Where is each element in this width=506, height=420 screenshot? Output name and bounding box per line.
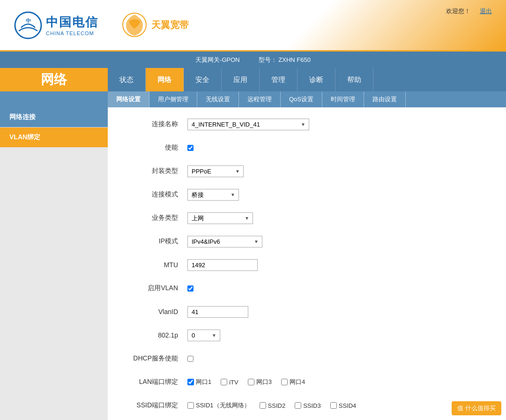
ip-mode-wrapper: IPv4&IPv6 (187, 236, 262, 248)
ssid3-label: SSID3 (303, 402, 321, 409)
form-row-encap: 封装类型 PPPoE (126, 164, 487, 179)
ssid4-item: SSID4 (330, 402, 357, 409)
control-dhcp (187, 356, 193, 362)
tab-security[interactable]: 安全 (184, 68, 222, 91)
subnav-wireless[interactable]: 无线设置 (197, 91, 239, 107)
enable-vlan-checkbox[interactable] (187, 285, 193, 292)
form-row-enable: 使能 (126, 140, 487, 155)
main-content: 连接名称 4_INTERNET_B_VID_41 使能 封装类 (108, 107, 506, 420)
lan-port1-label: 网口1 (196, 378, 211, 386)
connection-name-wrapper: 4_INTERNET_B_VID_41 (187, 119, 309, 130)
watermark: 值 什么值得买 (452, 401, 501, 415)
ssid1-label: SSID1（无线网络） (196, 401, 250, 410)
ct-logo-icon: 中 (14, 11, 42, 39)
sub-nav: 网络设置 用户侧管理 无线设置 远程管理 QoS设置 时间管理 路由设置 (0, 91, 506, 107)
sidebar-item-network-connection[interactable]: 网络连接 (0, 107, 108, 128)
encap-wrapper: PPPoE (187, 165, 244, 177)
control-enable (187, 145, 193, 151)
ip-mode-select[interactable]: IPv4&IPv6 (187, 236, 262, 248)
form-row-mtu: MTU (126, 257, 487, 272)
form-row-vlan-id: VlanID (126, 304, 487, 319)
service-select[interactable]: 上网 (187, 212, 253, 224)
control-connect-mode: 桥接 (187, 189, 239, 201)
label-dhcp: DHCP服务使能 (126, 354, 187, 363)
lan-port4-label: 网口4 (290, 378, 305, 386)
vlan-id-input[interactable] (187, 306, 248, 318)
china-telecom-logo: 中 中国电信 CHINA TELECOM (14, 11, 98, 39)
gateway-name: 天翼网关-GPON (195, 56, 240, 64)
ssid4-checkbox[interactable] (330, 402, 337, 409)
lan-port3-label: 网口3 (256, 378, 272, 386)
8021p-select[interactable]: 0 (187, 330, 220, 341)
sidebar-item-vlan-binding[interactable]: VLAN绑定 (0, 128, 108, 148)
tianyi-brand-name: 天翼宽带 (151, 19, 189, 31)
form-row-8021p: 802.1p 0 (126, 328, 487, 343)
ssid1-checkbox[interactable] (187, 402, 194, 409)
label-ssid-bind: SSID端口绑定 (126, 401, 187, 410)
tianyi-logo: 天翼宽带 (122, 12, 189, 38)
welcome-text: 欢迎您！ (446, 7, 470, 15)
ssid4-label: SSID4 (339, 402, 357, 409)
label-connect-mode: 连接模式 (126, 190, 187, 199)
ct-text: 中国电信 CHINA TELECOM (46, 14, 98, 36)
top-nav-bar: 天翼网关-GPON 型号： ZXHN F650 (0, 52, 506, 68)
8021p-wrapper: 0 (187, 330, 220, 341)
main-nav: 网络 状态 网络 安全 应用 管理 诊断 帮助 (0, 68, 506, 91)
tab-application[interactable]: 应用 (222, 68, 260, 91)
subnav-time[interactable]: 时间管理 (322, 91, 364, 107)
sidebar: 网络连接 VLAN绑定 (0, 107, 108, 420)
label-mtu: MTU (126, 261, 187, 269)
tianyi-icon (122, 12, 148, 38)
lan-port1-item: 网口1 (187, 378, 211, 386)
service-wrapper: 上网 (187, 212, 253, 224)
logo-area: 中 中国电信 CHINA TELECOM 天翼宽带 (14, 11, 189, 39)
connect-mode-select[interactable]: 桥接 (187, 189, 239, 201)
ct-english-name: CHINA TELECOM (46, 30, 94, 36)
enable-checkbox[interactable] (187, 145, 193, 151)
connection-name-select[interactable]: 4_INTERNET_B_VID_41 (187, 119, 309, 130)
lan-port4-checkbox[interactable] (281, 379, 288, 385)
logout-link[interactable]: 退出 (480, 7, 492, 15)
ssid2-label: SSID2 (268, 402, 286, 409)
mtu-input[interactable] (187, 259, 258, 271)
control-lan-bind: 网口1 iTV 网口3 网口4 (187, 378, 311, 386)
lan-iptv-item: iTV (221, 379, 238, 386)
control-encap: PPPoE (187, 165, 244, 177)
form-container: 连接名称 4_INTERNET_B_VID_41 使能 封装类 (126, 117, 487, 413)
svg-point-0 (15, 12, 41, 38)
label-vlan-id: VlanID (126, 308, 187, 315)
control-ssid-bind: SSID1（无线网络） SSID2 SSID3 SSID4 (187, 401, 362, 410)
label-enable: 使能 (126, 143, 187, 152)
form-row-connection-name: 连接名称 4_INTERNET_B_VID_41 (126, 117, 487, 132)
dhcp-checkbox[interactable] (187, 356, 193, 362)
subnav-network-settings[interactable]: 网络设置 (108, 91, 149, 107)
label-encap: 封装类型 (126, 167, 187, 175)
control-enable-vlan (187, 285, 193, 292)
svg-text:中: 中 (26, 18, 31, 23)
lan-iptv-label: iTV (229, 379, 238, 386)
subnav-remote-management[interactable]: 远程管理 (239, 91, 281, 107)
ssid3-checkbox[interactable] (295, 402, 301, 409)
encap-select[interactable]: PPPoE (187, 165, 244, 177)
subnav-routing[interactable]: 路由设置 (364, 91, 406, 107)
tab-status[interactable]: 状态 (108, 68, 146, 91)
header: 中 中国电信 CHINA TELECOM 天翼宽带 欢迎您！ 退出 (0, 0, 506, 52)
tab-help[interactable]: 帮助 (335, 68, 373, 91)
lan-port4-item: 网口4 (281, 378, 305, 386)
form-row-ip-mode: IP模式 IPv4&IPv6 (126, 234, 487, 249)
lan-iptv-checkbox[interactable] (221, 379, 227, 385)
lan-port3-checkbox[interactable] (248, 379, 254, 385)
subnav-user-management[interactable]: 用户侧管理 (149, 91, 197, 107)
tab-management[interactable]: 管理 (260, 68, 298, 91)
tab-network[interactable]: 网络 (146, 68, 184, 91)
connect-mode-wrapper: 桥接 (187, 189, 239, 201)
label-ip-mode: IP模式 (126, 237, 187, 246)
subnav-qos[interactable]: QoS设置 (281, 91, 322, 107)
ssid2-checkbox[interactable] (260, 402, 266, 409)
tab-diagnosis[interactable]: 诊断 (298, 68, 335, 91)
control-ip-mode: IPv4&IPv6 (187, 236, 262, 248)
label-8021p: 802.1p (126, 331, 187, 339)
form-row-service: 业务类型 上网 (126, 210, 487, 225)
ct-chinese-name: 中国电信 (46, 14, 98, 30)
lan-port1-checkbox[interactable] (187, 379, 194, 385)
